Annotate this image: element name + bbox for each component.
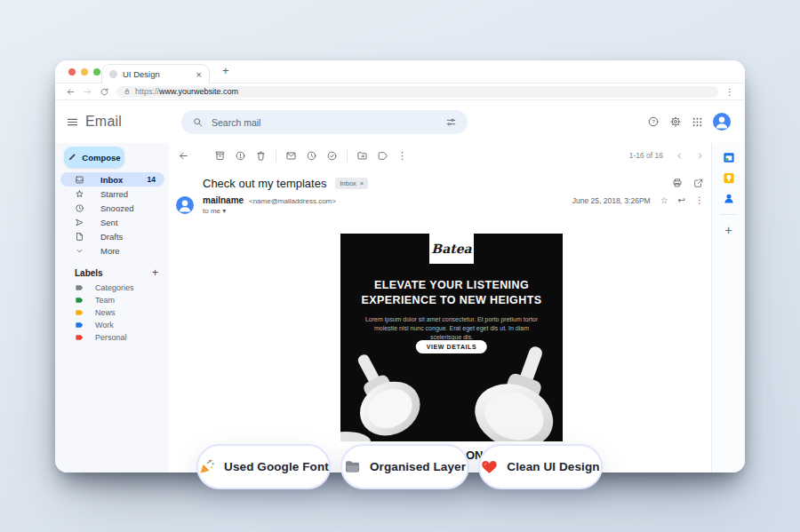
label-item-personal[interactable]: Personal — [75, 331, 127, 344]
person-icon — [176, 196, 194, 214]
app-body: Compose Inbox 14 Starred Snoozed — [55, 143, 745, 472]
sidebar-item-drafts[interactable]: Drafts — [60, 229, 164, 243]
star-icon — [75, 189, 84, 199]
close-window-button[interactable] — [68, 68, 76, 75]
search-options-icon[interactable] — [445, 116, 457, 128]
help-icon[interactable]: ? — [647, 115, 660, 128]
draft-file-icon — [75, 232, 84, 242]
headphones-image — [340, 344, 563, 441]
move-to-folder-icon[interactable] — [356, 150, 368, 162]
recipient-toggle[interactable]: to me ▾ — [203, 207, 226, 215]
badge-label: Clean UI Design — [507, 460, 599, 473]
open-in-new-icon[interactable] — [693, 178, 704, 188]
reply-icon[interactable]: ↩ — [678, 196, 685, 205]
send-icon — [75, 218, 84, 227]
email-date: June 25, 2018, 3:26PM — [572, 196, 651, 205]
search-icon — [192, 116, 204, 128]
report-spam-icon[interactable] — [235, 150, 246, 162]
url-field[interactable]: https://www.yourwebsite.com — [116, 86, 718, 98]
compose-button[interactable]: Compose — [64, 147, 124, 168]
mark-unread-icon[interactable] — [285, 150, 297, 162]
recipient-label: to me — [203, 207, 220, 215]
older-chevron-icon[interactable] — [696, 152, 704, 160]
search-bar[interactable] — [181, 110, 468, 134]
toolbar-divider — [347, 150, 348, 162]
contacts-icon[interactable] — [722, 192, 735, 205]
url-text: https://www.yourwebsite.com — [135, 87, 238, 96]
print-icon[interactable] — [672, 178, 683, 188]
forward-icon[interactable] — [83, 87, 92, 97]
badge-used-google-font[interactable]: Used Google Font — [196, 444, 331, 489]
sender-avatar[interactable] — [176, 196, 194, 214]
badge-clean-ui-design[interactable]: Clean UI Design — [478, 444, 603, 489]
browser-address-bar: https://www.yourwebsite.com ⋮ — [55, 83, 745, 100]
toolbar-divider — [276, 150, 276, 162]
inbox-count-badge: 14 — [148, 175, 156, 184]
labels-title: Labels — [75, 268, 103, 278]
sidebar-item-inbox[interactable]: Inbox 14 — [60, 172, 164, 187]
minimize-window-button[interactable] — [81, 68, 88, 75]
email-meta: June 25, 2018, 3:26PM ☆ ↩ ⋮ — [572, 196, 704, 205]
snooze-icon[interactable] — [306, 150, 317, 162]
refresh-icon[interactable] — [100, 87, 109, 97]
person-icon — [713, 113, 731, 131]
sidebar-item-snoozed[interactable]: Snoozed — [60, 201, 164, 215]
calendar-icon[interactable] — [722, 151, 735, 164]
star-toggle-icon[interactable]: ☆ — [660, 196, 668, 205]
ad-body-text: Lorem ipsum dolor sit amet consectetur. … — [363, 315, 540, 342]
badge-organised-layer[interactable]: Organised Layer — [340, 444, 469, 489]
label-item-work[interactable]: Work — [75, 319, 114, 331]
delete-icon[interactable] — [255, 150, 267, 162]
sidebar-item-sent[interactable]: Sent — [60, 215, 164, 229]
email-ad-banner: Batea ELEVATE YOUR LISTENING EXPERIENCE … — [340, 234, 563, 441]
chip-close-icon[interactable]: × — [360, 179, 364, 187]
label-item-team[interactable]: Team — [75, 294, 115, 306]
label-name: Categories — [95, 283, 134, 292]
newer-chevron-icon[interactable] — [676, 152, 684, 160]
add-label-icon[interactable]: + — [152, 266, 158, 279]
brand-logo: Batea — [429, 234, 474, 264]
inbox-chip[interactable]: Inbox × — [335, 178, 368, 189]
label-item-categories[interactable]: Categories — [75, 282, 134, 294]
archive-icon[interactable] — [214, 150, 226, 162]
keep-notes-icon[interactable] — [722, 171, 735, 185]
get-addons-icon[interactable]: + — [724, 223, 732, 237]
back-arrow-icon[interactable] — [178, 150, 189, 162]
headline-line-2: EXPERIENCE TO NEW HEIGHTS — [340, 293, 563, 308]
label-tag-icon — [75, 308, 84, 318]
lock-icon — [124, 88, 131, 95]
label-name: News — [95, 308, 116, 317]
mail-sidebar: Compose Inbox 14 Starred Snoozed — [55, 143, 169, 472]
header-actions: ? — [647, 113, 731, 131]
browser-tab-strip: UI Design × + — [55, 60, 745, 83]
more-options-icon[interactable]: ⋮ — [397, 151, 407, 161]
tab-close-icon[interactable]: × — [196, 69, 202, 80]
app-header: Email ? — [55, 101, 745, 143]
apps-grid-icon[interactable] — [692, 116, 703, 128]
sidebar-item-label: Drafts — [100, 232, 164, 242]
new-tab-button[interactable]: + — [222, 64, 229, 77]
window-controls — [68, 68, 100, 75]
sender-address: <name@mailaddress.com> — [249, 197, 336, 205]
settings-gear-icon[interactable] — [669, 115, 682, 128]
message-more-icon[interactable]: ⋮ — [695, 196, 704, 205]
page-background: UI Design × + https://www.yourwebsite.co… — [0, 0, 800, 532]
browser-menu-icon[interactable]: ⋮ — [725, 87, 734, 97]
browser-window: UI Design × + https://www.yourwebsite.co… — [55, 60, 745, 472]
add-task-icon[interactable] — [326, 150, 338, 162]
mail-app: Email ? — [55, 101, 745, 472]
clock-icon — [75, 203, 84, 213]
back-icon[interactable] — [66, 87, 76, 97]
labels-header: Labels + — [75, 266, 158, 279]
zoom-window-button[interactable] — [93, 68, 100, 75]
compose-label: Compose — [82, 153, 120, 163]
account-avatar[interactable] — [713, 113, 731, 131]
sidebar-item-starred[interactable]: Starred — [60, 187, 164, 201]
sidebar-item-more[interactable]: More — [60, 243, 164, 258]
label-item-news[interactable]: News — [75, 306, 116, 319]
browser-tab[interactable]: UI Design × — [101, 64, 210, 84]
label-icon[interactable] — [377, 150, 388, 162]
hamburger-menu-icon[interactable] — [66, 115, 79, 129]
url-protocol: https:// — [135, 87, 159, 96]
search-input[interactable] — [212, 117, 437, 128]
